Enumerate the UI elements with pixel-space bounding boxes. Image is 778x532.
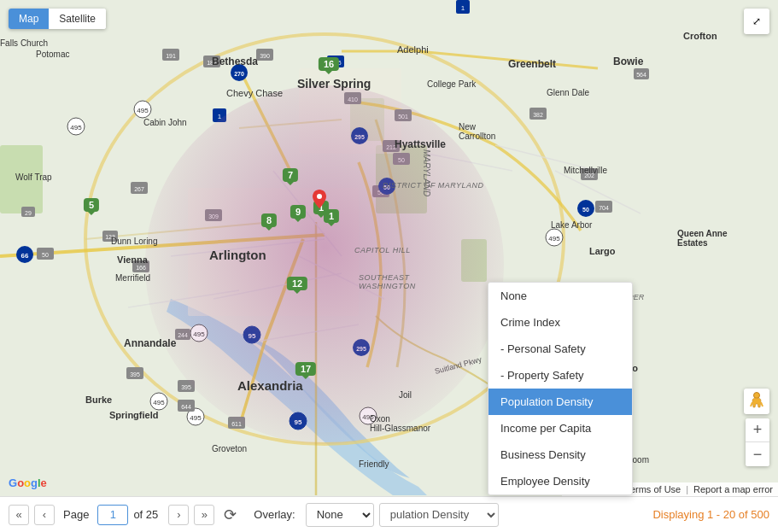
prev-page-button[interactable]: ‹ (34, 505, 55, 525)
satellite-btn[interactable]: Satellite (49, 9, 106, 29)
overlay-select-1[interactable]: None (306, 503, 374, 527)
map-container: 495 495 495 495 495 495 495 95 95 1 1 66… (0, 0, 778, 532)
dropdown-item-population-density[interactable]: Population Density (488, 389, 632, 415)
of-total: of 25 (133, 508, 158, 521)
marker-5[interactable]: 5 (84, 198, 99, 212)
page-input[interactable] (97, 505, 128, 525)
svg-line-113 (761, 402, 763, 406)
marker-12[interactable]: 12 (287, 277, 307, 290)
dropdown-item-property-safety[interactable]: - Property Safety (488, 362, 632, 389)
marker-1b[interactable]: 1 (324, 209, 339, 223)
dropdown-item-business-density[interactable]: Business Density (488, 441, 632, 468)
overlay-select-2[interactable]: pulation Density (379, 503, 499, 527)
dropdown-item-none[interactable]: None (488, 283, 632, 309)
svg-line-112 (751, 402, 752, 406)
marker-17[interactable]: 17 (295, 362, 316, 376)
marker-16[interactable]: 16 (319, 57, 339, 71)
next-page-button[interactable]: › (168, 505, 189, 525)
marker-8[interactable]: 8 (261, 213, 277, 227)
fullscreen-icon: ⤢ (752, 16, 761, 26)
displaying-text: Displaying 1 - 20 of 500 (652, 508, 769, 521)
refresh-button[interactable]: ⟳ (219, 505, 240, 525)
dropdown-item-employee-density[interactable]: Employee Density (488, 468, 632, 494)
map-base (0, 0, 778, 532)
first-page-button[interactable]: « (9, 505, 29, 525)
report-link[interactable]: Report a map error (688, 482, 778, 496)
map-type-control: Map Satellite (9, 9, 106, 29)
zoom-controls: + − (746, 418, 769, 466)
last-page-button[interactable]: » (194, 505, 214, 525)
dropdown-item-personal-safety[interactable]: - Personal Safety (488, 336, 632, 362)
zoom-out-button[interactable]: − (746, 442, 769, 466)
map-btn[interactable]: Map (9, 9, 49, 29)
fullscreen-button[interactable]: ⤢ (744, 9, 769, 34)
person-icon-button[interactable] (744, 389, 769, 414)
person-icon (749, 392, 764, 411)
marker-9[interactable]: 9 (290, 205, 306, 219)
page-label: Page (63, 508, 89, 521)
dropdown-item-income-per-capita[interactable]: Income per Capita (488, 415, 632, 441)
overlay-dropdown-menu: None Crime Index - Personal Safety - Pro… (488, 282, 633, 495)
dropdown-item-crime-index[interactable]: Crime Index (488, 309, 632, 336)
svg-point-111 (754, 393, 760, 399)
google-logo: Google (9, 476, 47, 489)
zoom-in-button[interactable]: + (746, 418, 769, 442)
marker-7[interactable]: 7 (283, 168, 298, 182)
overlay-label: Overlay: (254, 508, 295, 521)
bottom-bar: « ‹ Page of 25 › » ⟳ Overlay: None pulat… (0, 496, 778, 532)
